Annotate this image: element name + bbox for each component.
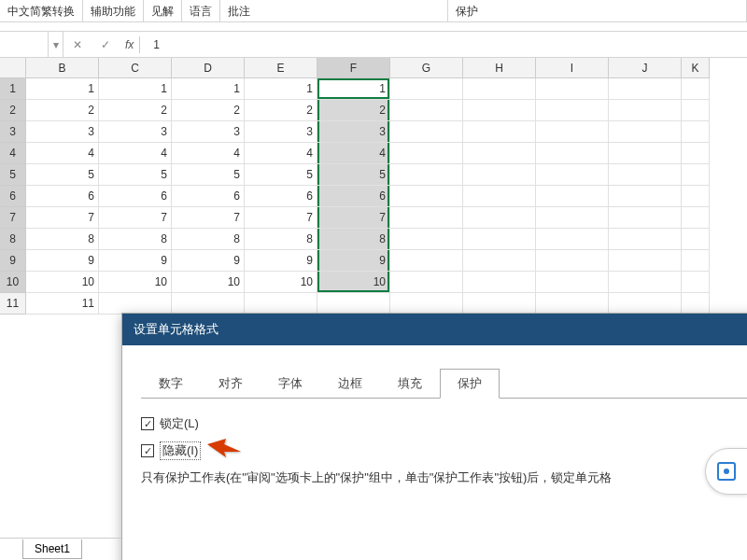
cell[interactable]: 7 bbox=[99, 207, 172, 229]
cell[interactable] bbox=[609, 143, 682, 164]
cell[interactable] bbox=[536, 121, 609, 143]
lock-checkbox-row[interactable]: 锁定(L) bbox=[141, 415, 747, 432]
cell[interactable]: 4 bbox=[26, 143, 99, 164]
cell[interactable] bbox=[390, 250, 463, 272]
cell[interactable]: 2 bbox=[245, 100, 317, 121]
cell[interactable]: 2 bbox=[317, 100, 390, 121]
cell[interactable] bbox=[390, 229, 463, 250]
ribbon-tab[interactable]: 保护 bbox=[448, 0, 747, 21]
formula-value[interactable]: 1 bbox=[140, 38, 160, 51]
cell[interactable] bbox=[245, 293, 317, 315]
cell[interactable] bbox=[463, 272, 536, 293]
cell[interactable]: 10 bbox=[245, 272, 317, 293]
cell[interactable]: 9 bbox=[26, 250, 99, 272]
cell[interactable] bbox=[536, 250, 609, 272]
cell[interactable] bbox=[99, 293, 172, 315]
cell[interactable]: 5 bbox=[172, 164, 245, 186]
cell[interactable]: 3 bbox=[317, 121, 390, 143]
cell[interactable]: 4 bbox=[317, 143, 390, 164]
cell[interactable]: 1 bbox=[245, 78, 317, 100]
cell[interactable] bbox=[463, 186, 536, 207]
row-header[interactable]: 2 bbox=[0, 100, 26, 121]
row-header[interactable]: 6 bbox=[0, 186, 26, 207]
ribbon-tab[interactable]: 批注 bbox=[220, 0, 448, 21]
dialog-tab[interactable]: 数字 bbox=[141, 369, 201, 399]
cell[interactable]: 9 bbox=[172, 250, 245, 272]
cell[interactable]: 8 bbox=[99, 229, 172, 250]
column-header[interactable]: H bbox=[463, 58, 536, 78]
cell[interactable] bbox=[682, 272, 710, 293]
select-all-triangle[interactable] bbox=[0, 58, 26, 78]
side-panel-button[interactable] bbox=[705, 448, 747, 495]
column-header[interactable]: G bbox=[390, 58, 463, 78]
cell[interactable]: 11 bbox=[26, 293, 99, 315]
row-header[interactable]: 5 bbox=[0, 164, 26, 186]
cell[interactable] bbox=[682, 121, 710, 143]
cell[interactable] bbox=[682, 293, 710, 315]
ribbon-tab[interactable]: 辅助功能 bbox=[83, 0, 144, 21]
cancel-icon[interactable]: ✕ bbox=[63, 32, 92, 57]
cell[interactable] bbox=[317, 293, 390, 315]
cell[interactable] bbox=[536, 186, 609, 207]
cell[interactable] bbox=[536, 229, 609, 250]
cell[interactable]: 6 bbox=[99, 186, 172, 207]
fx-icon[interactable]: fx bbox=[120, 38, 139, 51]
dialog-tab[interactable]: 对齐 bbox=[201, 369, 261, 399]
cell[interactable] bbox=[682, 186, 710, 207]
cell[interactable] bbox=[390, 143, 463, 164]
row-header[interactable]: 11 bbox=[0, 293, 26, 315]
column-header[interactable]: K bbox=[682, 58, 710, 78]
cell[interactable]: 3 bbox=[99, 121, 172, 143]
cell[interactable]: 9 bbox=[99, 250, 172, 272]
cell[interactable] bbox=[390, 121, 463, 143]
cell[interactable] bbox=[682, 100, 710, 121]
column-header[interactable]: B bbox=[26, 58, 99, 78]
dialog-tab[interactable]: 字体 bbox=[261, 369, 320, 399]
cell[interactable] bbox=[390, 164, 463, 186]
cell[interactable] bbox=[609, 100, 682, 121]
row-header[interactable]: 10 bbox=[0, 272, 26, 293]
ribbon-tab[interactable]: 语言 bbox=[182, 0, 220, 21]
column-header[interactable]: C bbox=[99, 58, 172, 78]
cell[interactable] bbox=[536, 272, 609, 293]
cell[interactable]: 10 bbox=[317, 272, 390, 293]
cell[interactable] bbox=[463, 100, 536, 121]
column-header[interactable]: D bbox=[172, 58, 245, 78]
cell[interactable] bbox=[609, 250, 682, 272]
cell[interactable]: 5 bbox=[99, 164, 172, 186]
cell[interactable]: 3 bbox=[172, 121, 245, 143]
cell[interactable] bbox=[536, 207, 609, 229]
cell[interactable]: 1 bbox=[99, 78, 172, 100]
cell[interactable]: 10 bbox=[172, 272, 245, 293]
cell[interactable]: 8 bbox=[317, 229, 390, 250]
cell[interactable] bbox=[463, 250, 536, 272]
cell[interactable] bbox=[609, 164, 682, 186]
cell[interactable] bbox=[390, 207, 463, 229]
confirm-icon[interactable]: ✓ bbox=[92, 32, 120, 57]
row-header[interactable]: 1 bbox=[0, 78, 26, 100]
name-box-dropdown-icon[interactable]: ▾ bbox=[49, 32, 63, 57]
dialog-tab[interactable]: 保护 bbox=[440, 369, 500, 399]
cell[interactable] bbox=[609, 121, 682, 143]
cell[interactable]: 1 bbox=[317, 78, 390, 100]
cell[interactable]: 5 bbox=[317, 164, 390, 186]
cell[interactable]: 2 bbox=[26, 100, 99, 121]
dialog-tab[interactable]: 填充 bbox=[380, 369, 440, 399]
cell[interactable]: 2 bbox=[99, 100, 172, 121]
cell[interactable] bbox=[536, 78, 609, 100]
cell[interactable]: 6 bbox=[245, 186, 317, 207]
name-box[interactable] bbox=[0, 32, 49, 57]
lock-checkbox[interactable] bbox=[141, 417, 154, 430]
cell[interactable] bbox=[609, 78, 682, 100]
cell[interactable]: 10 bbox=[99, 272, 172, 293]
cell[interactable]: 4 bbox=[99, 143, 172, 164]
cell[interactable] bbox=[463, 293, 536, 315]
cell[interactable] bbox=[536, 143, 609, 164]
ribbon-tab[interactable]: 见解 bbox=[144, 0, 182, 21]
cell[interactable]: 2 bbox=[172, 100, 245, 121]
cell[interactable] bbox=[609, 186, 682, 207]
cell[interactable]: 8 bbox=[172, 229, 245, 250]
cell[interactable] bbox=[609, 272, 682, 293]
column-header[interactable]: J bbox=[609, 58, 682, 78]
row-header[interactable]: 8 bbox=[0, 229, 26, 250]
